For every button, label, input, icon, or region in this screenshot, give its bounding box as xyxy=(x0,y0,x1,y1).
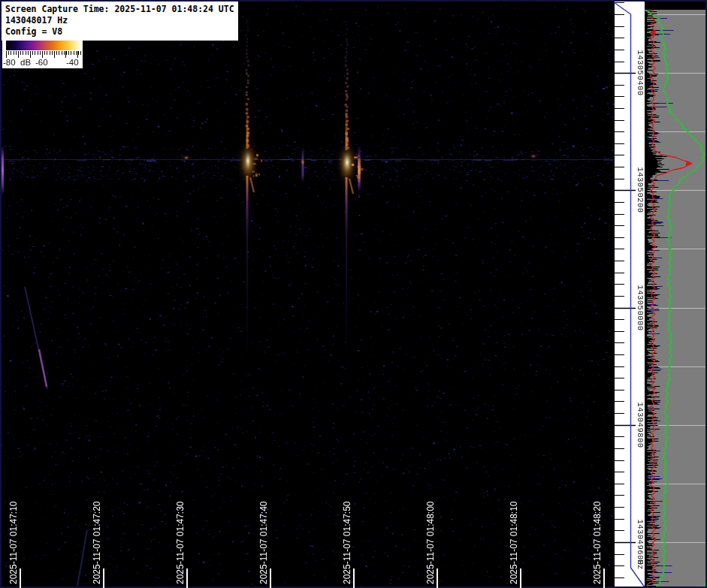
waterfall-spectrogram-canvas xyxy=(0,0,707,588)
time-tick-mark xyxy=(520,568,521,588)
frequency-tick-label: 143050200 xyxy=(636,167,645,213)
colorbar-label: dB xyxy=(20,58,31,67)
capture-frequency-text: 143048017 Hz xyxy=(5,15,234,26)
time-tick-label: 2025-11-07 01:48:20 xyxy=(592,501,603,584)
time-tick-label: 2025-11-07 01:47:50 xyxy=(342,501,352,584)
colorbar-label: -60 xyxy=(35,58,48,67)
frequency-unit-label: Hz xyxy=(636,559,645,570)
time-tick-mark xyxy=(20,568,21,588)
time-tick-label: 2025-11-07 01:48:10 xyxy=(509,501,519,584)
time-tick-label: 2025-11-07 01:47:40 xyxy=(258,501,269,584)
time-tick-mark xyxy=(353,568,355,588)
frequency-tick-label: 143050000 xyxy=(636,285,645,330)
frequency-tick-label: 143050400 xyxy=(636,50,645,95)
frequency-tick-label: 143049800 xyxy=(636,402,645,448)
time-tick-mark xyxy=(437,568,438,588)
colorbar-label: -40 xyxy=(66,58,79,67)
time-tick-label: 2025-11-07 01:47:10 xyxy=(8,501,19,584)
capture-info-box: Screen Capture Time: 2025-11-07 01:48:24… xyxy=(2,2,238,41)
time-tick-label: 2025-11-07 01:48:00 xyxy=(425,501,436,584)
intensity-colorbar: -80dB-60-40 xyxy=(2,39,83,68)
capture-time-text: Screen Capture Time: 2025-11-07 01:48:24… xyxy=(5,4,234,15)
colorbar-gradient xyxy=(6,41,81,50)
colorbar-label: -80 xyxy=(3,58,16,67)
capture-config-text: Config = V8 xyxy=(5,26,234,38)
colorbar-minor-ticks xyxy=(6,51,81,55)
frequency-tick-label: 143049600 xyxy=(636,519,645,565)
time-tick-mark xyxy=(270,568,271,588)
time-tick-mark xyxy=(603,568,605,588)
spectrum-lab-window: Screen Capture Time: 2025-11-07 01:48:24… xyxy=(0,0,707,588)
time-tick-label: 2025-11-07 01:47:30 xyxy=(175,501,186,584)
time-tick-mark xyxy=(103,568,104,588)
colorbar-tick-ruler xyxy=(6,51,81,58)
time-tick-mark xyxy=(186,568,188,588)
time-tick-label: 2025-11-07 01:47:20 xyxy=(92,501,102,584)
